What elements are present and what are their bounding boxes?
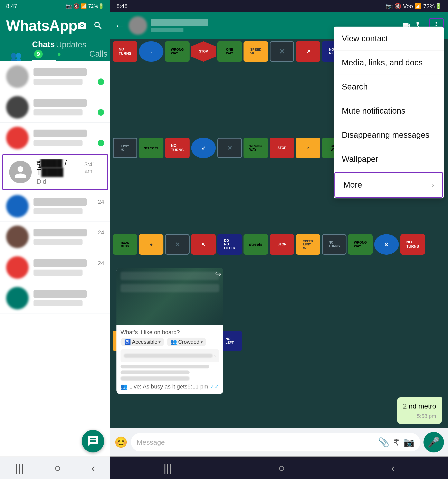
- avatar-3: [6, 127, 29, 149]
- menu-more[interactable]: More ›: [334, 172, 443, 198]
- menu-media-links[interactable]: Media, links, and docs: [334, 51, 444, 75]
- chat-info-didi: दु████ / T████ 3:41 am Didi: [37, 159, 101, 185]
- svg-point-4: [435, 25, 437, 26]
- input-bar: 😊 Message 📎 ₹ 📷 🎤: [110, 428, 448, 457]
- chat-preview-3: [33, 140, 83, 146]
- tab-chats[interactable]: Chats 9: [32, 40, 56, 61]
- camera-attach-icon[interactable]: 📷: [403, 437, 415, 447]
- chat-name-8: [33, 290, 87, 298]
- compose-fab[interactable]: [82, 430, 104, 452]
- chat-item-1[interactable]: [0, 61, 110, 92]
- chat-time-6: 24: [98, 229, 104, 236]
- chat-info-6: 24: [33, 229, 104, 245]
- message-metro: 2 nd metro 5:58 pm: [397, 397, 442, 424]
- sign-circle-arrow: ↙: [191, 138, 216, 158]
- chat-info-2: [33, 99, 104, 116]
- paperclip-icon[interactable]: 📎: [378, 437, 389, 447]
- chat-item-didi[interactable]: दु████ / T████ 3:41 am Didi: [2, 154, 108, 190]
- left-panel: 8:47 📷 🔇 📶 72%🔋 WhatsApp 👥 Chats 9: [0, 0, 110, 479]
- sign-stop-4: STOP: [270, 234, 294, 255]
- camera-icon[interactable]: [77, 21, 87, 30]
- card-footer: 👥 Live: As busy as it gets 5:11 pm ✓✓: [120, 383, 219, 390]
- crowded-label: Crowded: [178, 339, 199, 345]
- card-content-2: [120, 284, 219, 292]
- app-title: WhatsApp: [6, 17, 77, 34]
- chat-preview-1: [33, 79, 83, 85]
- accessible-label: Accessible: [132, 339, 157, 345]
- accessible-tag: ♿ Accessible ▾: [120, 338, 164, 346]
- sign-wrong-way: WRONGWAY: [165, 41, 190, 62]
- tab-chats-label: Chats 9: [32, 40, 56, 59]
- sign-rr-2: ✕: [217, 138, 242, 158]
- card-time: 5:11 pm ✓✓: [188, 383, 219, 390]
- menu-mute[interactable]: Mute notifications: [334, 99, 444, 123]
- community-icon: 👥: [10, 51, 22, 61]
- mic-button[interactable]: 🎤: [423, 432, 444, 452]
- nav-recents-icon[interactable]: |||: [15, 462, 24, 474]
- search-label: Search: [342, 82, 368, 91]
- chat-item-2[interactable]: [0, 92, 110, 123]
- sign-arrow-red: ↗: [296, 41, 320, 62]
- sign-diamond-2: ◆: [139, 234, 164, 255]
- chat-time-didi: 3:41 am: [84, 161, 101, 174]
- sign-speed-50: SPEED50: [244, 41, 268, 62]
- sign-no-turns-5: NOTURNS: [400, 234, 425, 255]
- chat-item-3[interactable]: [0, 123, 110, 153]
- crowded-tags: ♿ Accessible ▾ 👥 Crowded ▾: [120, 338, 219, 346]
- chat-preview-7: [33, 270, 83, 276]
- message-input-container[interactable]: Message 📎 ₹ 📷: [131, 433, 420, 452]
- svg-point-3: [435, 22, 437, 24]
- crowded-tag: 👥 Crowded ▾: [167, 338, 206, 346]
- option-blurred-1: [124, 354, 213, 358]
- sign-wrong-way-3: WRONGWAY: [348, 234, 373, 255]
- menu-view-contact[interactable]: View contact: [334, 27, 444, 51]
- sign-rr-3: ✕: [165, 234, 190, 255]
- right-nav-home[interactable]: ○: [278, 462, 284, 474]
- unread-badge-2: [98, 109, 104, 116]
- search-icon[interactable]: [93, 21, 103, 30]
- media-links-label: Media, links, and docs: [342, 58, 423, 67]
- live-label: 👥 Live: As busy as it gets: [120, 383, 188, 390]
- chat-info-5: 24: [33, 198, 104, 214]
- unread-badge-1: [98, 79, 104, 85]
- sign-limit-50: LIMIT50: [113, 138, 137, 158]
- rupee-icon[interactable]: ₹: [394, 437, 399, 447]
- right-status-text: 📷 🔇 Voo 📶 72%🔋: [386, 3, 442, 10]
- avatar-7: [6, 256, 29, 279]
- chat-preview-6: [33, 239, 83, 245]
- crowded-arrow: ▾: [201, 340, 203, 345]
- emoji-button[interactable]: 😊: [114, 436, 128, 449]
- right-nav-recents[interactable]: |||: [164, 462, 172, 474]
- back-button[interactable]: ←: [114, 20, 125, 32]
- chat-name-3: [33, 130, 87, 137]
- contact-avatar: [129, 16, 147, 35]
- left-status-bar: 8:47 📷 🔇 📶 72%🔋: [0, 0, 110, 12]
- chat-item-7[interactable]: 24: [0, 252, 110, 283]
- attach-icons: 📎 ₹ 📷: [378, 437, 415, 447]
- chat-item-8[interactable]: [0, 283, 110, 313]
- menu-wallpaper[interactable]: Wallpaper: [334, 147, 444, 171]
- nav-home-icon[interactable]: ○: [54, 462, 61, 474]
- chat-name-didi: दु████ / T████: [37, 159, 84, 177]
- chat-item-6[interactable]: 24: [0, 221, 110, 252]
- message-placeholder[interactable]: Message: [137, 438, 376, 446]
- contact-status: [151, 28, 184, 32]
- sign-road-closed-2: ROADCLOS: [113, 234, 137, 255]
- card-ticks: ✓✓: [210, 383, 219, 390]
- menu-disappearing[interactable]: Disappearing messages: [334, 123, 444, 147]
- chat-item-5[interactable]: 24: [0, 191, 110, 221]
- chevron-right-icon: ›: [432, 181, 434, 189]
- avatar-5: [6, 195, 29, 217]
- sign-do-not: DONOTENTER: [217, 234, 242, 255]
- menu-search[interactable]: Search: [334, 75, 444, 99]
- tab-calls[interactable]: Calls: [86, 49, 110, 61]
- live-text: Live: As busy as it gets: [129, 383, 188, 390]
- tab-updates[interactable]: Updates: [56, 40, 86, 61]
- chat-name-1: [33, 68, 87, 76]
- sign-no-turns-4: NOTURNS: [322, 234, 346, 255]
- tab-community[interactable]: 👥: [0, 51, 32, 61]
- nav-back-icon[interactable]: ‹: [92, 462, 95, 474]
- tabs-bar: 👥 Chats 9 Updates Calls: [0, 39, 110, 61]
- chat-preview-2: [33, 109, 83, 115]
- right-nav-back[interactable]: ‹: [391, 462, 395, 474]
